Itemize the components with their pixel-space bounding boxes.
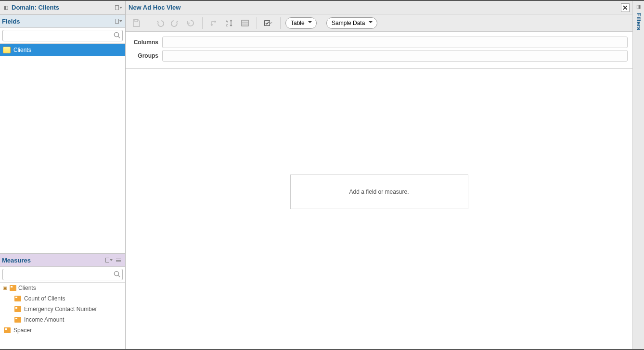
filters-panel: ◨ Filters [632,1,644,349]
pivot-button[interactable] [207,17,221,29]
filters-expand-icon[interactable]: ◨ [636,4,641,9]
measure-icon [4,327,11,333]
measure-icon [14,306,21,312]
filters-label[interactable]: Filters [635,13,642,30]
measures-tree: ▣ Clients Count of Clients Emergency Con… [0,283,125,349]
collapse-tree-icon[interactable]: ▣ [3,286,8,290]
domain-options-icon[interactable] [115,4,122,11]
sort-button[interactable]: AZ [223,17,236,29]
measure-emergency-contact-number[interactable]: Emergency Contact Number [0,304,125,314]
measures-title: Measures [2,257,31,264]
left-sidebar: ◧ Domain: Clients Fields [0,1,126,349]
measures-group-label: Clients [18,285,36,291]
measures-panel-header: Measures [0,253,125,267]
fields-area: Fields Clients [0,14,125,253]
measure-income-amount[interactable]: Income Amount [0,314,125,325]
measure-label: Count of Clients [24,295,65,302]
measure-icon [14,296,21,301]
measure-icon [14,317,21,323]
toolbar: AZ Table Sample Data [126,14,632,32]
fields-search-row [0,28,125,44]
measure-icon [10,285,16,291]
svg-line-3 [118,275,120,277]
measure-label: Emergency Contact Number [24,306,97,312]
canvas-placeholder: Add a field or measure. [290,175,468,209]
columns-dropzone[interactable] [162,37,628,48]
measure-count-of-clients[interactable]: Count of Clients [0,293,125,304]
view-type-select[interactable]: Table [285,17,317,29]
canvas[interactable]: Add a field or measure. [126,69,632,349]
fields-tree: Clients [0,44,125,253]
layout-band: Columns Groups [126,32,632,69]
fields-title: Fields [2,18,20,25]
svg-point-2 [115,272,119,276]
main-area: New Ad Hoc View ✕ AZ [126,1,632,349]
domain-panel-header: ◧ Domain: Clients [0,1,125,14]
measure-label: Spacer [13,327,32,334]
fields-panel-header: Fields [0,14,125,28]
domain-collapse-icon[interactable]: ◧ [2,4,10,11]
close-button[interactable]: ✕ [621,3,630,12]
display-options-button[interactable] [262,17,275,29]
redo-button[interactable] [168,17,182,29]
data-mode-select[interactable]: Sample Data [326,17,377,29]
fields-search-input[interactable] [2,30,123,41]
measures-options-icon[interactable] [105,257,113,263]
measure-spacer[interactable]: Spacer [0,325,125,336]
main-title: New Ad Hoc View [129,4,180,11]
measures-area: Measures ▣ [0,253,125,349]
placeholder-text: Add a field or measure. [349,188,409,195]
measures-group-clients[interactable]: ▣ Clients [0,283,125,293]
save-button[interactable] [129,17,143,29]
measures-search-input[interactable] [2,269,123,280]
svg-line-1 [118,37,120,38]
svg-rect-10 [265,20,270,25]
svg-rect-7 [242,20,248,26]
columns-label: Columns [130,39,158,46]
fields-tree-item-clients[interactable]: Clients [0,44,125,56]
fields-options-icon[interactable] [115,18,122,25]
undo-button[interactable] [153,17,167,29]
svg-text:Z: Z [226,24,228,27]
main-header: New Ad Hoc View ✕ [126,1,632,14]
measures-menu-icon[interactable] [115,257,122,263]
measures-search-row [0,267,125,283]
fields-item-label: Clients [13,47,31,53]
groups-dropzone[interactable] [162,50,628,62]
measure-label: Income Amount [24,316,64,323]
search-icon[interactable] [113,270,121,279]
domain-title: Domain: Clients [12,4,59,11]
reset-button[interactable] [184,17,197,29]
search-icon[interactable] [113,31,121,40]
svg-point-0 [115,33,119,37]
folder-icon [3,47,11,53]
groups-label: Groups [130,52,158,59]
svg-rect-4 [135,20,138,22]
input-controls-button[interactable] [238,17,252,29]
svg-text:A: A [226,20,228,23]
